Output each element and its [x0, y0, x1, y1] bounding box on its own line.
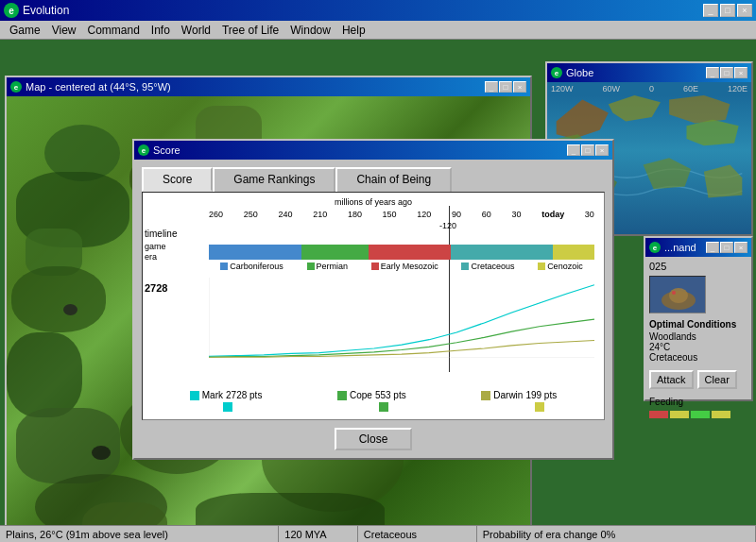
- globe-minimize[interactable]: _: [706, 67, 719, 78]
- score-maximize[interactable]: □: [581, 144, 594, 156]
- attack-button[interactable]: Attack: [649, 370, 694, 389]
- svg-marker-0: [557, 100, 609, 139]
- map-maximize[interactable]: □: [499, 81, 512, 93]
- era-label-carboniferous: Carboniferous: [230, 262, 284, 271]
- score-close[interactable]: ×: [595, 144, 609, 156]
- era-cenozoic-bar: [553, 245, 594, 260]
- globe-title: Globe: [566, 67, 593, 78]
- feed-yellow2: [712, 411, 730, 418]
- svg-marker-7: [704, 165, 742, 198]
- status-probability: Probability of era change 0%: [477, 526, 756, 542]
- legend-darwin: Darwin 199 pts: [481, 390, 557, 400]
- score-tabs: Score Game Rankings Chain of Being: [142, 167, 605, 192]
- menu-help[interactable]: Help: [336, 22, 371, 39]
- map-title-bar: e Map - centered at (44°S, 95°W) _ □ ×: [7, 77, 530, 96]
- era-carboniferous-bar: [209, 245, 301, 260]
- legend-mark-box: [190, 391, 199, 400]
- era-labels: Carboniferous Permian Early Mesozoic: [209, 262, 594, 271]
- feeding-bar: [649, 411, 747, 418]
- tab-game-rankings[interactable]: Game Rankings: [213, 167, 335, 192]
- menu-game[interactable]: Game: [4, 22, 46, 39]
- condition-woodlands: Woodlands: [649, 331, 747, 342]
- era-label-cretaceous: Cretaceous: [471, 262, 514, 271]
- close-btn-row: Close: [142, 428, 605, 450]
- game-era-label: game era: [145, 242, 166, 263]
- condition-temp: 24°C: [649, 342, 747, 352]
- optimal-title: Optimal Conditions: [649, 319, 747, 330]
- maximize-button[interactable]: □: [720, 4, 735, 17]
- command-score: 025: [649, 261, 747, 272]
- creature-display: [649, 276, 706, 313]
- marker-label: -120: [439, 221, 456, 230]
- time-label: millions of years ago: [335, 197, 412, 207]
- map-close[interactable]: ×: [513, 81, 526, 93]
- svg-marker-1: [609, 95, 661, 122]
- map-icon: e: [10, 81, 22, 93]
- legend-mark: Mark 2728 pts: [190, 390, 263, 400]
- time-ticks: 260250240210 18015012090 6030today30: [209, 210, 594, 219]
- era-permian-bar: [301, 245, 369, 260]
- svg-marker-2: [669, 95, 730, 123]
- map-minimize[interactable]: _: [485, 81, 498, 93]
- svg-marker-6: [644, 158, 692, 189]
- globe-maximize[interactable]: □: [720, 67, 733, 78]
- feeding-label: Feeding: [649, 397, 747, 407]
- globe-title-bar: e Globe _ □ ×: [547, 63, 751, 82]
- score-icon: e: [138, 144, 149, 156]
- desktop: e Map - centered at (44°S, 95°W) _ □ ×: [0, 40, 756, 525]
- menu-tree-of-life[interactable]: Tree of Life: [216, 22, 284, 39]
- command-title-bar: e ...nand _ □ ×: [645, 238, 751, 257]
- app-icon: e: [4, 3, 19, 18]
- map-title: Map - centered at (44°S, 95°W): [26, 81, 171, 93]
- condition-era: Cretaceous: [649, 352, 747, 363]
- command-window: e ...nand _ □ × 025 Optimal Conditions W…: [644, 236, 753, 401]
- command-close[interactable]: ×: [734, 242, 747, 253]
- score-title: Score: [153, 144, 180, 156]
- menu-world[interactable]: World: [176, 22, 216, 39]
- svg-point-9: [669, 288, 688, 303]
- feed-green: [691, 411, 710, 418]
- era-early-mesozoic-bar: [369, 245, 451, 260]
- close-button[interactable]: ×: [737, 4, 752, 17]
- svg-point-10: [672, 291, 676, 295]
- darwin-square: [535, 402, 544, 412]
- menu-bar: Game View Command Info World Tree of Lif…: [0, 21, 756, 40]
- status-mya: 120 MYA: [279, 526, 358, 542]
- feed-red: [649, 411, 668, 418]
- legend-cope: Cope 553 pts: [337, 390, 406, 400]
- minimize-button[interactable]: _: [703, 4, 718, 17]
- clear-button[interactable]: Clear: [697, 370, 737, 389]
- title-bar-buttons[interactable]: _ □ ×: [703, 4, 752, 17]
- feed-yellow: [670, 411, 689, 418]
- score-minimize[interactable]: _: [567, 144, 580, 156]
- command-title: ...nand: [664, 242, 696, 253]
- era-cretaceous-bar: [451, 245, 554, 260]
- app-title: Evolution: [23, 4, 69, 17]
- status-era: Cretaceous: [358, 526, 477, 542]
- score-title-bar: e Score _ □ ×: [134, 141, 612, 160]
- score-window: e Score _ □ × Score Game Rankings Chain …: [132, 139, 614, 460]
- legend: Mark 2728 pts Cope 553 pts Darwin 199 pt…: [152, 390, 594, 400]
- menu-view[interactable]: View: [46, 22, 82, 39]
- app-title-bar: e Evolution _ □ ×: [0, 0, 756, 21]
- era-label-cenozoic: Cenozoic: [547, 262, 583, 271]
- globe-close[interactable]: ×: [734, 67, 747, 78]
- era-label-early-mesozoic: Early Mesozoic: [381, 262, 438, 271]
- command-icon: e: [649, 242, 661, 253]
- menu-command[interactable]: Command: [81, 22, 145, 39]
- tab-chain-of-being[interactable]: Chain of Being: [335, 167, 452, 192]
- command-minimize[interactable]: _: [706, 242, 719, 253]
- close-button[interactable]: Close: [335, 428, 413, 450]
- globe-icon: e: [551, 67, 562, 78]
- menu-info[interactable]: Info: [146, 22, 176, 39]
- era-label-permian: Permian: [317, 262, 349, 271]
- legend-boxes-row: [223, 402, 544, 412]
- btn-row: Attack Clear: [649, 368, 747, 391]
- command-maximize[interactable]: □: [720, 242, 733, 253]
- legend-cope-box: [337, 391, 347, 400]
- score-number: 2728: [145, 282, 167, 294]
- tab-score[interactable]: Score: [142, 167, 213, 192]
- legend-darwin-box: [481, 391, 490, 400]
- status-location: Plains, 26°C (91m above sea level): [0, 526, 279, 542]
- menu-window[interactable]: Window: [284, 22, 336, 39]
